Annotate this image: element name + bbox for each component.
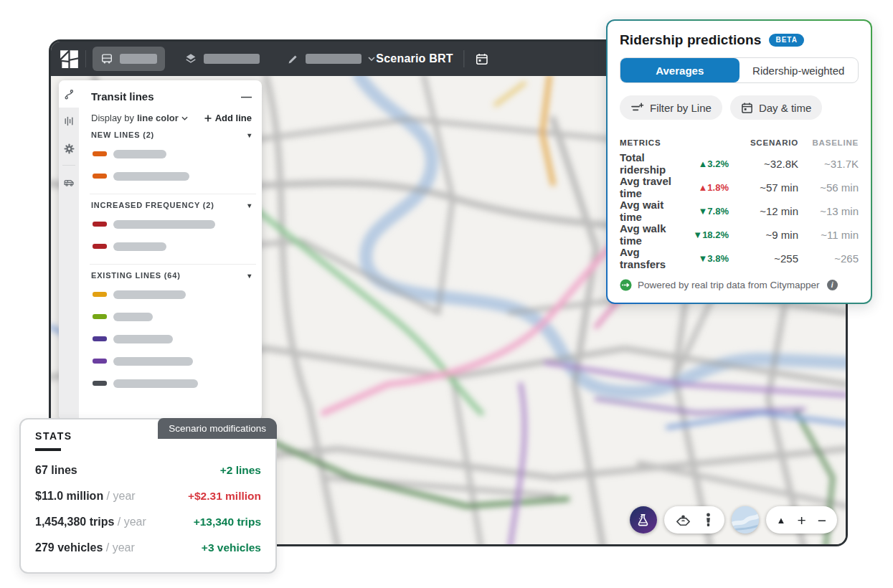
map-controls: ▲ + − [630,506,837,534]
tab-scenario-modifications[interactable]: Scenario modifications [158,418,277,439]
zoom-controls-pill: ▲ + − [766,506,837,534]
line-row[interactable] [91,328,252,350]
stat-delta: +$2.31 million [188,490,261,503]
citymapper-logo-icon [620,279,632,291]
rail-item-vehicles[interactable] [59,169,79,196]
redacted-line-name [113,242,166,251]
stat-row-vehicles: 279 vehicles / year +3 vehicles [35,535,261,561]
chevron-down-icon: ▾ [247,272,252,280]
redacted-tab-label [204,54,260,64]
isochrone-icon[interactable] [675,512,691,528]
redacted-line-name [113,357,193,366]
section-label: INCREASED FREQUENCY (2) [91,201,214,209]
line-row[interactable] [91,143,252,165]
metric-scenario-value: ~57 min [729,181,798,194]
display-by-dropdown[interactable]: Display by line color [91,113,188,123]
redacted-line-name [113,379,198,388]
metric-scenario-value: ~12 min [729,205,798,217]
transit-lines-panel: Transit lines — Display by line color Ad… [59,80,262,420]
stat-suffix: / year [107,490,136,502]
chevron-down-icon [181,116,188,120]
rail-item-transit-lines[interactable] [59,80,79,108]
route-icon [63,88,75,100]
redacted-line-name [113,313,153,321]
compass-icon[interactable]: ▲ [777,515,786,526]
bus-icon [63,176,75,189]
toolbar-divider [464,50,465,67]
toolbar-tab-edit[interactable] [279,47,383,71]
map-style-switcher[interactable] [732,506,759,534]
collapse-panel-button[interactable]: — [241,91,252,102]
line-color-swatch [93,244,107,249]
line-row[interactable] [91,213,252,235]
stats-panel: Scenario modifications STATS 67 lines +2… [19,418,277,574]
display-by-value: line color [137,113,179,123]
metric-scenario-value: ~9 min [729,229,798,241]
ridership-panel-title: Ridership predictions [620,32,761,48]
panel-title: Transit lines [91,90,154,103]
line-color-swatch [93,222,107,227]
line-row[interactable] [91,305,252,328]
add-line-button[interactable]: Add line [204,113,252,123]
line-row[interactable] [91,283,252,305]
metric-row-avg-walk-time: Avg walk time ▼18.2% ~9 min ~11 min [620,222,859,246]
metric-label: Total ridership [620,151,684,176]
line-row[interactable] [91,235,252,257]
line-row[interactable] [91,165,252,187]
section-header-increased-frequency[interactable]: INCREASED FREQUENCY (2) ▾ [91,201,252,209]
metric-change: ▼3.8% [684,253,729,264]
header-metrics: METRICS [620,138,684,147]
pegman-icon[interactable] [703,512,714,528]
section-header-new-lines[interactable]: NEW LINES (2) ▾ [91,131,252,139]
toolbar-tab-transit[interactable] [93,47,165,71]
metric-change: ▼7.8% [684,206,729,217]
bus-icon [100,52,113,65]
info-icon[interactable]: i [827,280,838,290]
line-row[interactable] [91,372,252,394]
section-label: NEW LINES (2) [91,131,154,139]
stat-value: 67 lines [35,464,77,476]
remix-logo-icon[interactable] [60,49,79,69]
flask-icon [636,513,651,528]
line-color-swatch [93,151,107,156]
header-baseline: BASELINE [798,138,859,147]
chevron-down-icon: ▾ [247,201,252,209]
pencil-icon [287,53,299,65]
zoom-in-button[interactable]: + [797,513,805,528]
calendar-icon[interactable] [476,52,489,66]
redacted-line-name [113,220,215,229]
tab-ridership-weighted[interactable]: Ridership-weighted [740,58,859,82]
toolbar-tab-layers[interactable] [176,47,268,71]
stat-delta: +2 lines [220,464,261,477]
rail-item-settings[interactable] [59,135,79,162]
tab-averages[interactable]: Averages [620,58,740,82]
line-row[interactable] [91,350,252,372]
metric-scenario-value: ~32.8K [729,158,798,170]
section-divider [90,264,256,265]
chevron-down-icon: ▾ [247,131,252,139]
stats-tab-indicator [35,448,61,451]
metric-label: Avg transfers [620,246,684,270]
filter-by-line-button[interactable]: Filter by Line [620,95,722,120]
day-time-label: Day & time [759,102,811,114]
rail-item-charts[interactable] [59,108,79,135]
metric-baseline-value: ~31.7K [798,158,859,170]
redacted-line-name [113,290,186,299]
metric-label: Avg wait time [620,199,684,223]
metric-row-total-ridership: Total ridership ▲3.2% ~32.8K ~31.7K [620,151,859,175]
stat-value: 1,454,380 trips [35,516,114,528]
metric-label: Avg walk time [620,222,684,247]
ridership-predictions-toggle[interactable] [630,506,657,534]
averages-weighted-toggle: Averages Ridership-weighted [620,57,859,83]
metrics-table: METRICS SCENARIO BASELINE Total ridershi… [620,131,859,270]
section-label: EXISTING LINES (64) [91,271,181,280]
zoom-out-button[interactable]: − [818,513,826,528]
line-color-swatch [93,174,107,179]
metric-baseline-value: ~56 min [798,181,859,194]
chevron-down-icon [368,57,375,61]
section-header-existing-lines[interactable]: EXISTING LINES (64) ▾ [91,271,252,280]
gear-icon [63,143,75,155]
day-time-button[interactable]: Day & time [730,95,822,120]
layers-icon [184,52,197,65]
add-line-label: Add line [215,113,252,123]
